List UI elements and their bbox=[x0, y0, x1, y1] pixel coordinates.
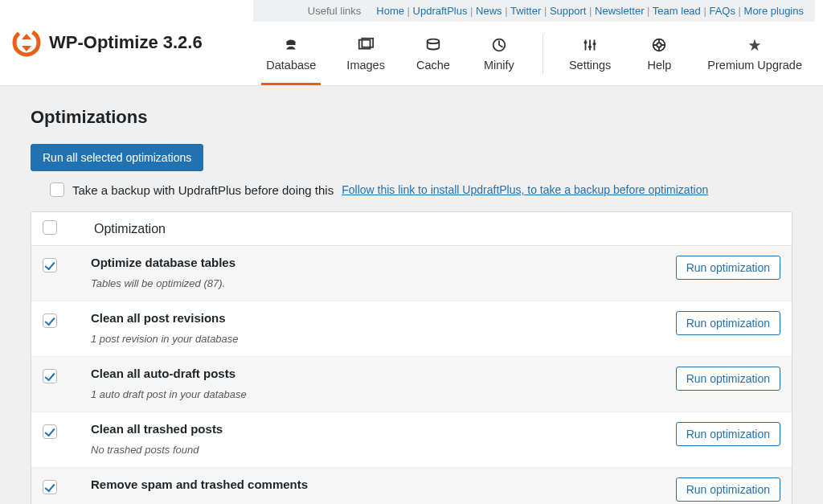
optimization-title: Optimize database tables bbox=[91, 256, 644, 269]
tab-database[interactable]: Database bbox=[261, 33, 321, 85]
optimization-row: Optimize database tablesTables will be o… bbox=[31, 246, 792, 301]
useful-link-faqs[interactable]: FAQs bbox=[709, 5, 735, 17]
svg-point-5 bbox=[428, 39, 440, 44]
tab-separator bbox=[543, 35, 543, 74]
optimization-desc: 1 auto draft post in your database bbox=[91, 380, 644, 400]
tab-label: Premium Upgrade bbox=[707, 59, 802, 72]
tab-label: Cache bbox=[416, 59, 450, 72]
minify-icon bbox=[490, 36, 508, 54]
useful-link-twitter[interactable]: Twitter bbox=[510, 5, 541, 17]
useful-link-support[interactable]: Support bbox=[550, 5, 587, 17]
svg-point-11 bbox=[657, 43, 662, 47]
tab-label: Database bbox=[266, 59, 316, 72]
main-tabs: DatabaseImagesCacheMinifySettingsHelpPre… bbox=[253, 22, 815, 85]
optimization-desc: No trashed posts found bbox=[91, 436, 644, 456]
useful-link-home[interactable]: Home bbox=[376, 5, 404, 17]
optimization-title: Remove spam and trashed comments bbox=[91, 477, 644, 491]
useful-links-bar: Useful links Home | UpdraftPlus | News |… bbox=[253, 0, 815, 22]
settings-icon bbox=[581, 36, 599, 54]
optimization-checkbox[interactable] bbox=[43, 424, 57, 439]
optimization-title: Clean all auto-draft posts bbox=[91, 367, 644, 380]
tab-settings[interactable]: Settings bbox=[564, 33, 616, 85]
optimizations-table: Optimization Optimize database tablesTab… bbox=[31, 211, 792, 504]
tab-minify[interactable]: Minify bbox=[477, 33, 522, 85]
optimization-checkbox[interactable] bbox=[43, 313, 57, 328]
logo-icon bbox=[12, 28, 41, 57]
run-optimization-button[interactable]: Run optimization bbox=[676, 256, 780, 280]
run-all-button[interactable]: Run all selected optimizations bbox=[31, 144, 203, 171]
backup-checkbox[interactable] bbox=[50, 182, 64, 197]
run-optimization-button[interactable]: Run optimization bbox=[676, 477, 780, 502]
run-optimization-button[interactable]: Run optimization bbox=[676, 422, 780, 446]
useful-link-more-plugins[interactable]: More plugins bbox=[744, 5, 804, 17]
tab-premium[interactable]: Premium Upgrade bbox=[702, 33, 807, 85]
useful-link-news[interactable]: News bbox=[476, 5, 502, 17]
optimization-row: Clean all trashed postsNo trashed posts … bbox=[31, 412, 792, 467]
optimization-checkbox[interactable] bbox=[43, 258, 57, 272]
optimization-checkbox[interactable] bbox=[43, 480, 57, 494]
tab-label: Minify bbox=[484, 59, 514, 72]
brand-title: WP-Optimize 3.2.6 bbox=[49, 32, 203, 53]
images-icon bbox=[357, 36, 375, 54]
tab-cache[interactable]: Cache bbox=[411, 33, 456, 85]
useful-link-updraftplus[interactable]: UpdraftPlus bbox=[413, 5, 468, 17]
select-all-checkbox[interactable] bbox=[43, 220, 57, 235]
useful-links-label: Useful links bbox=[308, 5, 372, 17]
optimization-column-header: Optimization bbox=[91, 222, 780, 236]
help-icon bbox=[650, 36, 668, 54]
optimization-checkbox[interactable] bbox=[43, 369, 57, 383]
svg-rect-7 bbox=[584, 41, 588, 43]
svg-rect-8 bbox=[588, 46, 592, 48]
tab-label: Images bbox=[346, 59, 385, 72]
useful-link-newsletter[interactable]: Newsletter bbox=[595, 5, 644, 17]
run-optimization-button[interactable]: Run optimization bbox=[676, 311, 780, 335]
tab-images[interactable]: Images bbox=[342, 33, 390, 85]
optimization-row: Remove spam and trashed commentsRun opti… bbox=[31, 467, 792, 504]
optimization-title: Clean all trashed posts bbox=[91, 422, 644, 436]
optimization-desc: Tables will be optimized (87). bbox=[91, 269, 644, 289]
optimization-row: Clean all post revisions1 post revision … bbox=[31, 301, 792, 356]
database-icon bbox=[282, 36, 300, 54]
svg-rect-2 bbox=[287, 42, 296, 45]
useful-link-team-lead[interactable]: Team lead bbox=[653, 5, 701, 17]
backup-install-link[interactable]: Follow this link to install UpdraftPlus,… bbox=[342, 183, 708, 196]
cache-icon bbox=[424, 36, 442, 54]
backup-text: Take a backup with UpdraftPlus before do… bbox=[72, 183, 334, 197]
tab-label: Settings bbox=[569, 59, 611, 72]
svg-rect-9 bbox=[593, 43, 596, 45]
optimization-title: Clean all post revisions bbox=[91, 311, 644, 325]
brand: WP-Optimize 3.2.6 bbox=[8, 0, 207, 73]
optimization-desc: 1 post revision in your database bbox=[91, 325, 644, 345]
tab-help[interactable]: Help bbox=[637, 33, 682, 85]
optimizations-heading: Optimizations bbox=[31, 107, 792, 128]
run-optimization-button[interactable]: Run optimization bbox=[676, 367, 780, 391]
premium-icon bbox=[746, 36, 764, 54]
tab-label: Help bbox=[647, 59, 671, 72]
optimization-row: Clean all auto-draft posts1 auto draft p… bbox=[31, 356, 792, 412]
